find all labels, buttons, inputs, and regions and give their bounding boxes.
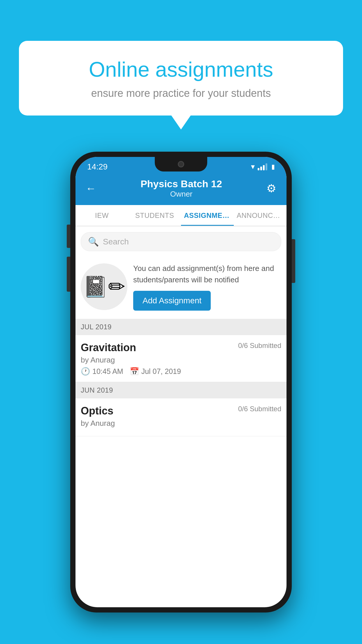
header-center: Physics Batch 12 Owner [140, 178, 222, 199]
promo-icon-circle: 📓✏ [81, 263, 127, 310]
battery-icon: ▮ [271, 163, 275, 171]
signal-bar-1 [258, 168, 259, 170]
tab-iew[interactable]: IEW [75, 205, 128, 226]
status-icons: ▾ ▮ [251, 162, 275, 171]
bubble-subtitle: ensure more practice for your students [39, 87, 323, 99]
assignment-submitted-gravitation: 0/6 Submitted [238, 342, 281, 350]
assignment-item-optics[interactable]: Optics 0/6 Submitted by Anurag [75, 398, 287, 436]
meta-date-gravitation: 📅 Jul 07, 2019 [130, 367, 181, 376]
signal-bar-4 [266, 163, 267, 170]
notebook-icon: 📓✏ [83, 275, 125, 299]
signal-bar-2 [260, 167, 262, 170]
assignment-time-gravitation: 10:45 AM [92, 367, 123, 376]
phone-outer: 14:29 ▾ ▮ ← Physics Batch 12 [70, 152, 292, 612]
wifi-icon: ▾ [251, 162, 255, 171]
assignment-meta-gravitation: 🕐 10:45 AM 📅 Jul 07, 2019 [81, 367, 281, 376]
back-button[interactable]: ← [86, 182, 96, 195]
tab-announcements[interactable]: ANNOUNCEMI [234, 205, 287, 226]
tab-assignments[interactable]: ASSIGNMENTS [181, 205, 234, 226]
section-header-jul: JUL 2019 [75, 319, 287, 335]
status-time: 14:29 [87, 162, 108, 172]
content-area: 🔍 Search 📓✏ You can add assignment(s) fr… [75, 226, 287, 436]
tabs-container: IEW STUDENTS ASSIGNMENTS ANNOUNCEMI [75, 205, 287, 226]
tab-students[interactable]: STUDENTS [128, 205, 181, 226]
clock-icon: 🕐 [81, 367, 90, 376]
phone-side-btn-volume [67, 257, 70, 292]
assignment-top: Gravitation 0/6 Submitted [81, 342, 281, 354]
assignment-top-optics: Optics 0/6 Submitted [81, 405, 281, 417]
phone-camera [178, 161, 184, 167]
promo-content: You can add assignment(s) from here and … [133, 263, 281, 311]
bubble-title: Online assignments [39, 57, 323, 82]
assignment-name-optics: Optics [81, 405, 113, 417]
phone-side-btn-volume-mute [67, 225, 70, 248]
signal-bars [258, 163, 267, 170]
speech-bubble: Online assignments ensure more practice … [19, 41, 343, 116]
header-title: Physics Batch 12 [140, 178, 222, 190]
signal-bar-3 [263, 165, 265, 170]
section-header-jun: JUN 2019 [75, 382, 287, 398]
phone-notch [155, 157, 207, 172]
assignment-item-gravitation[interactable]: Gravitation 0/6 Submitted by Anurag 🕐 10… [75, 335, 287, 382]
assignment-by-optics: by Anurag [81, 419, 281, 428]
phone-mockup: 14:29 ▾ ▮ ← Physics Batch 12 [70, 152, 292, 612]
app-header: ← Physics Batch 12 Owner ⚙ [75, 173, 287, 205]
search-icon: 🔍 [88, 237, 99, 247]
header-subtitle: Owner [140, 190, 222, 199]
search-bar[interactable]: 🔍 Search [81, 232, 281, 251]
settings-icon[interactable]: ⚙ [266, 182, 276, 195]
speech-bubble-container: Online assignments ensure more practice … [19, 41, 343, 116]
search-placeholder: Search [103, 237, 129, 246]
phone-side-btn-power [292, 239, 295, 283]
meta-time-gravitation: 🕐 10:45 AM [81, 367, 123, 376]
assignment-name-gravitation: Gravitation [81, 342, 136, 354]
promo-section: 📓✏ You can add assignment(s) from here a… [75, 257, 287, 319]
calendar-icon: 📅 [130, 367, 139, 376]
phone-screen: 14:29 ▾ ▮ ← Physics Batch 12 [75, 157, 287, 607]
add-assignment-button[interactable]: Add Assignment [133, 291, 211, 311]
assignment-date-gravitation: Jul 07, 2019 [141, 367, 181, 376]
assignment-by-gravitation: by Anurag [81, 356, 281, 365]
assignment-submitted-optics: 0/6 Submitted [238, 405, 281, 413]
promo-text: You can add assignment(s) from here and … [133, 263, 281, 286]
